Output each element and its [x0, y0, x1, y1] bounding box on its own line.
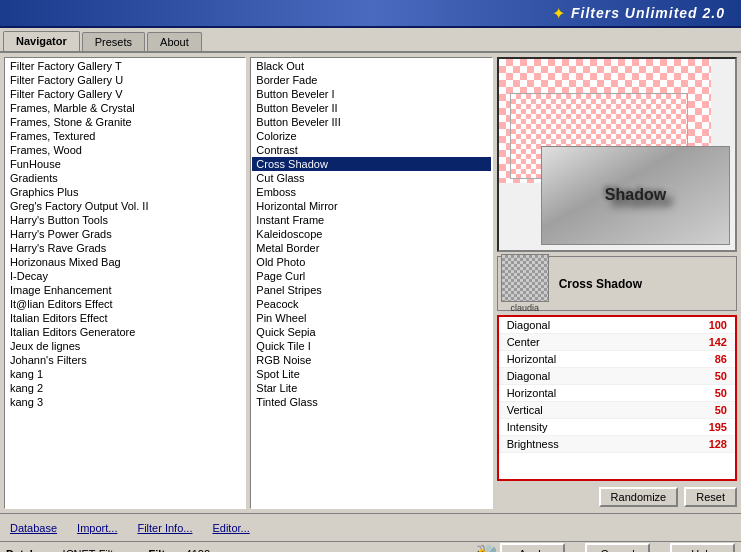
- right-list-item[interactable]: Horizontal Mirror: [252, 199, 490, 213]
- left-list-item[interactable]: Greg's Factory Output Vol. II: [6, 199, 244, 213]
- tab-about[interactable]: About: [147, 32, 202, 51]
- right-list-item[interactable]: Quick Sepia: [252, 325, 490, 339]
- param-name: Diagonal: [507, 319, 550, 331]
- left-list-inner[interactable]: Filter Factory Gallery TFilter Factory G…: [5, 58, 245, 508]
- param-row[interactable]: Center 142: [499, 334, 735, 351]
- right-list-item[interactable]: Pin Wheel: [252, 311, 490, 325]
- right-list-item[interactable]: Emboss: [252, 185, 490, 199]
- left-list-item[interactable]: Graphics Plus: [6, 185, 244, 199]
- right-list-item[interactable]: Cut Glass: [252, 171, 490, 185]
- left-list-box: Filter Factory Gallery TFilter Factory G…: [4, 57, 246, 509]
- tab-navigator[interactable]: Navigator: [3, 31, 80, 51]
- filters-value: 4102: [186, 548, 210, 553]
- right-list-item[interactable]: Tinted Glass: [252, 395, 490, 409]
- title-text: Filters Unlimited 2.0: [571, 5, 725, 21]
- right-panel: Shadow claudia Cross Shadow Diagonal 100…: [497, 57, 737, 509]
- left-list-item[interactable]: kang 2: [6, 381, 244, 395]
- param-value: 50: [687, 404, 727, 416]
- param-row[interactable]: Intensity 195: [499, 419, 735, 436]
- param-row[interactable]: Diagonal 50: [499, 368, 735, 385]
- right-list-item[interactable]: Spot Lite: [252, 367, 490, 381]
- bottom-toolbar: Database Import... Filter Info... Editor…: [0, 513, 741, 541]
- right-list-item[interactable]: Metal Border: [252, 241, 490, 255]
- right-list-item[interactable]: Panel Stripes: [252, 283, 490, 297]
- left-list-item[interactable]: Italian Editors Effect: [6, 311, 244, 325]
- left-list-item[interactable]: Filter Factory Gallery T: [6, 59, 244, 73]
- database-label: Database:: [6, 548, 59, 553]
- right-list-inner[interactable]: Black OutBorder FadeButton Beveler IButt…: [251, 58, 491, 508]
- thumbnail-item[interactable]: claudia: [501, 254, 549, 314]
- tab-presets[interactable]: Presets: [82, 32, 145, 51]
- right-list-item[interactable]: Peacock: [252, 297, 490, 311]
- right-list-item[interactable]: Quick Tile I: [252, 339, 490, 353]
- right-list-item[interactable]: Old Photo: [252, 255, 490, 269]
- param-name: Horizontal: [507, 387, 557, 399]
- left-list-item[interactable]: Frames, Marble & Crystal: [6, 101, 244, 115]
- database-status: Database: ICNET-Filters: [6, 548, 129, 553]
- right-list-item[interactable]: Page Curl: [252, 269, 490, 283]
- left-list-item[interactable]: Jeux de lignes: [6, 339, 244, 353]
- title-bar: ✦ Filters Unlimited 2.0: [0, 0, 741, 28]
- param-value: 142: [687, 336, 727, 348]
- right-list-item[interactable]: Contrast: [252, 143, 490, 157]
- editor-button[interactable]: Editor...: [208, 522, 253, 534]
- right-list-box: Black OutBorder FadeButton Beveler IButt…: [250, 57, 492, 509]
- right-list-item[interactable]: Black Out: [252, 59, 490, 73]
- preview-area: Shadow: [497, 57, 737, 252]
- left-list-item[interactable]: kang 1: [6, 367, 244, 381]
- left-list-item[interactable]: Gradients: [6, 171, 244, 185]
- import-button[interactable]: Import...: [73, 522, 121, 534]
- bee-icon: 🐝: [476, 543, 498, 553]
- left-list-item[interactable]: kang 3: [6, 395, 244, 409]
- cancel-button[interactable]: Cancel: [585, 543, 650, 553]
- right-list-item[interactable]: Colorize: [252, 129, 490, 143]
- left-list-item[interactable]: Filter Factory Gallery U: [6, 73, 244, 87]
- tab-bar: Navigator Presets About: [0, 28, 741, 53]
- right-list-item[interactable]: Instant Frame: [252, 213, 490, 227]
- param-row[interactable]: Horizontal 86: [499, 351, 735, 368]
- left-list-item[interactable]: Italian Editors Generatore: [6, 325, 244, 339]
- param-row[interactable]: Vertical 50: [499, 402, 735, 419]
- right-list-item[interactable]: Cross Shadow: [252, 157, 490, 171]
- database-value: ICNET-Filters: [63, 548, 129, 553]
- left-list-item[interactable]: Harry's Power Grads: [6, 227, 244, 241]
- randomize-button[interactable]: Randomize: [599, 487, 679, 507]
- right-list-item[interactable]: Kaleidoscope: [252, 227, 490, 241]
- left-list-item[interactable]: I-Decay: [6, 269, 244, 283]
- param-name: Center: [507, 336, 540, 348]
- right-list-item[interactable]: RGB Noise: [252, 353, 490, 367]
- param-row[interactable]: Diagonal 100: [499, 317, 735, 334]
- param-value: 100: [687, 319, 727, 331]
- left-list-item[interactable]: Harry's Button Tools: [6, 213, 244, 227]
- left-list-item[interactable]: FunHouse: [6, 157, 244, 171]
- left-list-item[interactable]: Image Enhancement: [6, 283, 244, 297]
- param-name: Diagonal: [507, 370, 550, 382]
- status-bar: Database: ICNET-Filters Filters 4102 🐝 A…: [0, 541, 741, 552]
- left-list-item[interactable]: Frames, Wood: [6, 143, 244, 157]
- toolbar-left: Database Import... Filter Info... Editor…: [6, 522, 254, 534]
- help-button[interactable]: Help: [670, 543, 735, 553]
- right-list-item[interactable]: Button Beveler III: [252, 115, 490, 129]
- left-list-item[interactable]: Filter Factory Gallery V: [6, 87, 244, 101]
- right-list-item[interactable]: Button Beveler II: [252, 101, 490, 115]
- database-button[interactable]: Database: [6, 522, 61, 534]
- left-list-item[interactable]: Frames, Stone & Granite: [6, 115, 244, 129]
- right-list-item[interactable]: Button Beveler I: [252, 87, 490, 101]
- filters-label: Filters: [149, 548, 182, 553]
- thumbnail-label: claudia: [509, 302, 540, 314]
- filter-info-button[interactable]: Filter Info...: [133, 522, 196, 534]
- params-panel: Diagonal 100 Center 142 Horizontal 86 Di…: [497, 315, 737, 481]
- left-list-item[interactable]: Harry's Rave Grads: [6, 241, 244, 255]
- apply-button[interactable]: Apply: [500, 543, 565, 553]
- left-list-item[interactable]: Frames, Textured: [6, 129, 244, 143]
- filter-name-display: Cross Shadow: [553, 277, 733, 291]
- left-list-item[interactable]: Johann's Filters: [6, 353, 244, 367]
- left-list-item[interactable]: Horizonaus Mixed Bag: [6, 255, 244, 269]
- left-list-item[interactable]: It@lian Editors Effect: [6, 297, 244, 311]
- right-list-item[interactable]: Border Fade: [252, 73, 490, 87]
- title-icon: ✦: [552, 4, 565, 23]
- param-row[interactable]: Horizontal 50: [499, 385, 735, 402]
- right-list-item[interactable]: Star Lite: [252, 381, 490, 395]
- param-row[interactable]: Brightness 128: [499, 436, 735, 453]
- reset-button[interactable]: Reset: [684, 487, 737, 507]
